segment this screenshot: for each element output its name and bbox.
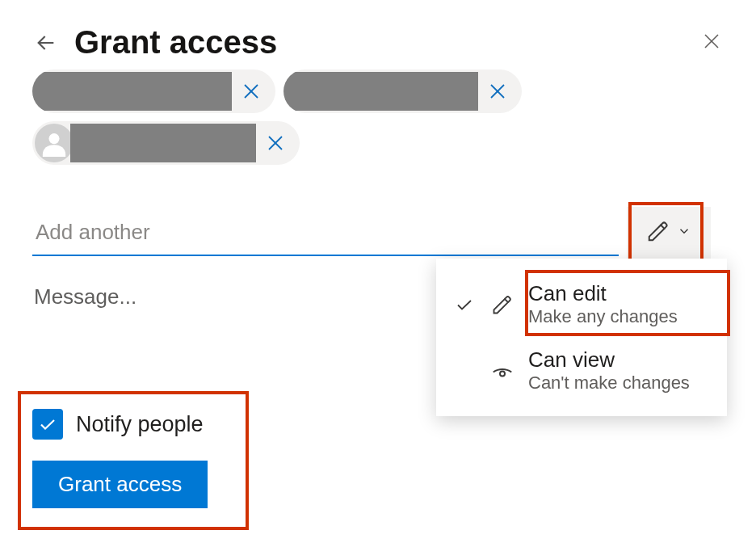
add-recipient-input[interactable] [32,209,619,256]
permission-dropdown-button[interactable] [627,207,711,259]
permission-option-can-edit[interactable]: Can edit Make any changes [436,272,727,338]
eye-icon [488,358,517,382]
pencil-icon [646,219,670,246]
check-icon [38,415,57,434]
pencil-icon [488,293,517,316]
back-button[interactable] [32,29,60,57]
remove-recipient-button[interactable] [261,128,290,158]
permission-option-title: Can edit [528,281,711,306]
remove-icon [266,133,285,153]
recipient-name-redacted [284,72,478,111]
dialog-title: Grant access [74,24,277,61]
remove-recipient-button[interactable] [237,77,266,106]
check-icon [452,295,477,314]
recipient-chip[interactable] [32,121,300,165]
recipient-chip[interactable] [284,69,522,113]
recipient-avatar [35,124,74,162]
permission-option-can-view[interactable]: Can view Can't make changes [436,338,727,404]
svg-point-0 [48,133,59,144]
permission-option-text: Can view Can't make changes [528,347,711,394]
remove-icon [242,82,261,101]
permission-option-title: Can view [528,347,711,373]
notify-people-label: Notify people [76,412,204,437]
recipient-name-redacted [32,72,232,111]
permission-option-text: Can edit Make any changes [528,281,711,328]
chevron-down-icon [677,224,691,242]
recipient-chip[interactable] [32,69,275,113]
person-icon [40,129,68,157]
add-recipient-row [32,207,711,259]
recipient-chips [32,69,724,165]
close-icon [702,32,721,51]
notify-people-checkbox[interactable]: Notify people [32,407,208,441]
permission-option-subtitle: Make any changes [528,306,711,327]
back-arrow-icon [33,30,59,56]
remove-recipient-button[interactable] [483,77,512,106]
dialog-header: Grant access [32,24,724,61]
grant-access-button[interactable]: Grant access [32,461,208,508]
svg-point-1 [500,372,505,377]
permission-menu: Can edit Make any changes Can view Can't… [436,259,727,416]
checkbox-checked [32,409,63,440]
close-button[interactable] [699,29,724,53]
dialog-footer: Notify people Grant access [32,407,208,508]
recipient-name-redacted [70,124,256,162]
permission-option-subtitle: Can't make changes [528,373,711,394]
remove-icon [488,82,507,101]
